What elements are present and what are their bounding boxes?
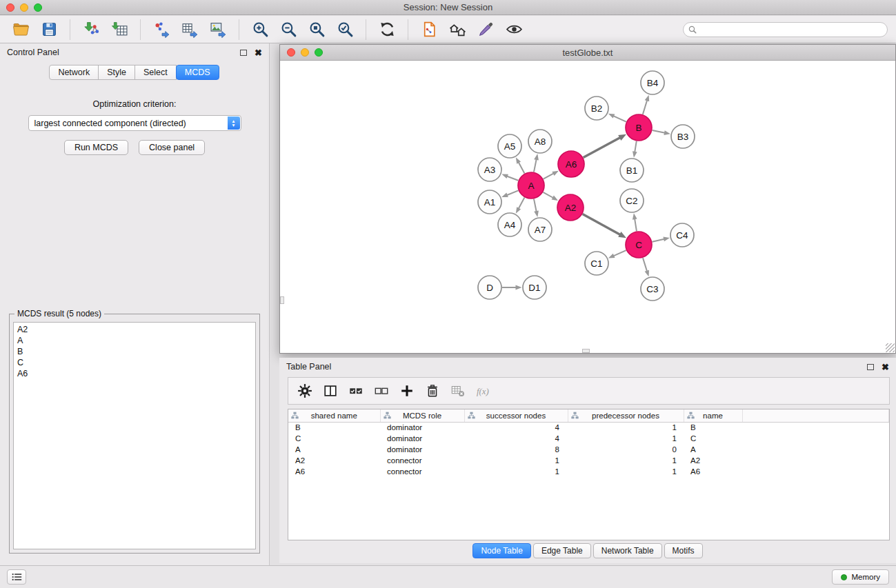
graph-node-A3[interactable]: A3 [478,158,501,181]
apply-layout-button[interactable] [375,19,399,41]
graph-edge[interactable] [613,116,626,122]
tab-node-table[interactable]: Node Table [472,543,531,558]
column-header-MCDS-role[interactable]: MCDS role [380,409,464,422]
function-builder-button[interactable]: f(x) [473,381,494,401]
graph-edge[interactable] [507,190,519,195]
table-cell[interactable]: B [684,422,742,433]
tab-motifs[interactable]: Motifs [664,543,703,558]
export-image-button[interactable] [206,19,230,41]
table-row[interactable]: Cdominator41C [288,433,889,444]
graph-edge[interactable] [584,138,621,158]
graph-edge[interactable] [635,219,637,231]
table-cell[interactable]: 1 [568,433,684,444]
show-all-button[interactable] [445,19,470,41]
graph-node-D[interactable]: D [478,276,501,299]
table-cell[interactable]: A2 [684,455,742,466]
table-cell[interactable]: A6 [684,466,742,477]
graph-node-C2[interactable]: C2 [620,189,644,212]
delete-button[interactable] [422,381,443,401]
tab-select[interactable]: Select [135,65,177,80]
graph-node-B4[interactable]: B4 [641,71,664,94]
zoom-out-button[interactable] [276,19,301,41]
table-cell[interactable]: C [288,433,380,444]
table-cell[interactable]: A2 [288,455,380,466]
table-cell[interactable]: connector [380,466,464,477]
table-cell[interactable]: A [288,444,380,455]
mcds-result-item[interactable]: A [14,335,255,346]
table-cell[interactable]: 8 [464,444,568,455]
table-row[interactable]: A2connector11A2 [288,455,889,466]
mcds-result-item[interactable]: B [14,346,255,357]
tab-network[interactable]: Network [49,65,99,80]
table-cell[interactable]: B [288,422,380,433]
table-cell[interactable]: 1 [568,422,684,433]
minimize-window-button[interactable] [20,3,28,12]
delete-table-button[interactable] [448,381,468,401]
graph-edge[interactable] [519,198,525,209]
run-mcds-button[interactable]: Run MCDS [64,140,128,155]
table-row[interactable]: Bdominator41B [288,422,889,433]
table-cell[interactable]: dominator [380,433,464,444]
graph-edge[interactable] [519,162,525,173]
export-table-button[interactable] [177,19,202,41]
graph-node-D1[interactable]: D1 [523,276,546,299]
graph-edge[interactable] [507,176,519,181]
network-canvas[interactable]: B4B2BB3A5A8A6B1A3AC2A1A2A4A7C4CC1C3DD1 [280,61,895,353]
table-cell[interactable]: A6 [288,466,380,477]
graph-node-A1[interactable]: A1 [478,190,501,214]
graph-node-C4[interactable]: C4 [670,223,694,247]
tab-mcds[interactable]: MCDS [176,65,219,80]
gear-button[interactable] [295,381,315,401]
table-cell[interactable]: dominator [380,422,464,433]
table-cell[interactable]: C [684,433,742,444]
search-input[interactable] [699,25,882,34]
table-cell[interactable]: 1 [568,466,684,477]
close-network-window-button[interactable] [287,48,295,57]
mcds-result-item[interactable]: A6 [14,368,255,379]
table-cell[interactable]: 1 [568,455,684,466]
table-cell[interactable]: dominator [380,444,464,455]
zoom-in-button[interactable] [248,19,272,41]
search-field[interactable] [683,22,888,37]
export-network-button[interactable] [149,19,174,41]
graph-edge[interactable] [653,130,665,133]
resize-grip-icon[interactable] [886,343,895,352]
close-panel-icon[interactable]: ✖ [255,48,262,57]
graph-node-C3[interactable]: C3 [641,277,664,301]
column-header-name[interactable]: name [684,409,742,422]
graph-edge[interactable] [653,239,665,242]
left-scrollbar-nub[interactable] [280,296,284,304]
graph-node-C[interactable]: C [626,232,652,258]
graph-node-C1[interactable]: C1 [585,252,608,275]
graph-edge[interactable] [643,100,647,114]
zoom-network-window-button[interactable] [315,48,323,57]
table-cell[interactable]: 4 [464,422,568,433]
close-table-panel-icon[interactable]: ✖ [882,363,889,372]
mcds-result-item[interactable]: C [14,357,255,368]
network-graph[interactable]: B4B2BB3A5A8A6B1A3AC2A1A2A4A7C4CC1C3DD1 [280,61,895,353]
graph-edge[interactable] [534,199,537,212]
float-panel-icon[interactable] [240,50,247,56]
tab-edge-table[interactable]: Edge Table [533,543,591,558]
graph-node-A2[interactable]: A2 [557,194,584,221]
graph-node-A7[interactable]: A7 [528,218,552,241]
add-button[interactable] [397,381,417,401]
table-cell[interactable]: 1 [464,455,568,466]
table-cell[interactable]: 0 [568,444,684,455]
paint-brush-button[interactable] [473,19,498,41]
mcds-result-list[interactable]: A2ABCA6 [13,322,256,549]
table-row[interactable]: A6connector11A6 [288,466,889,477]
graph-edge[interactable] [534,159,537,172]
graph-edge[interactable] [613,250,626,256]
table-cell[interactable]: connector [380,455,464,466]
graph-node-A5[interactable]: A5 [498,134,521,158]
tab-style[interactable]: Style [98,65,135,80]
column-header-shared-name[interactable]: shared name [288,409,380,422]
open-session-button[interactable] [8,19,33,41]
save-session-button[interactable] [37,19,61,41]
graph-edge[interactable] [635,141,637,152]
new-network-from-selection-button[interactable] [417,19,441,41]
tab-network-table[interactable]: Network Table [593,543,662,558]
table-cell[interactable]: 4 [464,433,568,444]
bottom-scrollbar-nub[interactable] [582,349,590,353]
